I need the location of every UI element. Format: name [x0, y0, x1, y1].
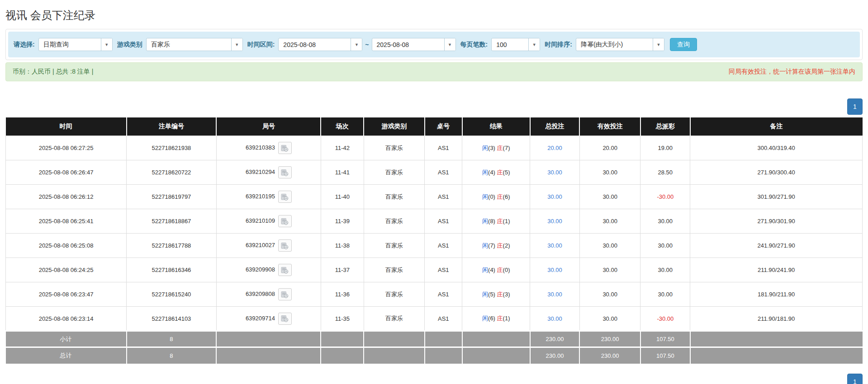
game-type-dropdown[interactable]: 百家乐 ▼	[146, 38, 243, 51]
result-banker-label: 庄	[497, 145, 503, 151]
table-body: 2025-08-08 06:27:25 522718621938 6392103…	[6, 136, 863, 331]
cell-round-id: 639210294	[216, 160, 321, 185]
cell-session: 11-37	[321, 258, 364, 282]
table-row: 2025-08-08 06:24:25 522718616346 6392099…	[6, 258, 863, 282]
cell-payout: -30.00	[640, 185, 690, 209]
cell-time: 2025-08-08 06:24:25	[6, 258, 127, 282]
round-id-value: 639210294	[246, 169, 275, 175]
betting-records-page: 视讯 会员下注纪录 请选择: 日期查询 ▼ 游戏类别 百家乐 ▼ 时间区间: 2…	[0, 0, 868, 384]
round-id-value: 639210195	[246, 193, 275, 200]
payout-value: 28.50	[658, 169, 673, 176]
round-id-value: 639209808	[246, 290, 275, 297]
payout-value: -30.00	[657, 193, 674, 200]
video-replay-button[interactable]	[278, 166, 292, 178]
video-icon	[281, 218, 289, 225]
video-replay-button[interactable]	[278, 215, 292, 227]
cell-total-bet: 20.00	[530, 136, 580, 160]
date-from-dropdown[interactable]: 2025-08-08 ▼	[278, 38, 362, 51]
video-replay-button[interactable]	[278, 191, 292, 203]
payout-value: 19.00	[658, 145, 673, 151]
round-id-value: 639209908	[246, 266, 275, 273]
sort-order-dropdown[interactable]: 降幂(由大到小) ▼	[576, 38, 664, 51]
cell-bet-id: 522718615240	[127, 282, 217, 307]
cell-total-bet: 30.00	[530, 282, 580, 307]
search-button[interactable]: 查询	[670, 38, 697, 51]
currency-summary-bar: 币别：人民币 | 总共 :8 注单 | 同局有效投注，统一计算在该局第一张注单内	[5, 62, 863, 81]
cell-payout: 30.00	[640, 209, 690, 234]
result-player-label: 闲	[482, 218, 488, 225]
result-player-score: (5)	[488, 291, 495, 298]
cell-total-bet: 30.00	[530, 209, 580, 234]
chevron-down-icon[interactable]: ▼	[101, 38, 112, 51]
result-banker-score: (5)	[503, 169, 510, 176]
total-bet-link[interactable]: 30.00	[547, 291, 562, 298]
column-header: 局号	[216, 117, 321, 136]
game-type-label: 游戏类别	[117, 41, 142, 49]
cell-game-type: 百家乐	[364, 307, 424, 331]
cell-bet-id: 522718616346	[127, 258, 217, 282]
cell-payout: 30.00	[640, 282, 690, 307]
payout-value: 30.00	[658, 291, 673, 298]
total-bet-link[interactable]: 30.00	[547, 267, 562, 273]
round-id-value: 639210109	[246, 217, 275, 224]
table-row: 2025-08-08 06:25:41 522718618867 6392101…	[6, 209, 863, 234]
video-replay-button[interactable]	[278, 264, 292, 276]
column-header: 场次	[321, 117, 364, 136]
subtotal-valid-bet: 230.00	[579, 331, 640, 347]
column-header: 备注	[690, 117, 863, 136]
table-row: 2025-08-08 06:25:08 522718617788 6392100…	[6, 234, 863, 258]
cell-round-id: 639209808	[216, 282, 321, 307]
payout-value: 30.00	[658, 267, 673, 273]
date-to-dropdown[interactable]: 2025-08-08 ▼	[372, 38, 456, 51]
total-bet-link[interactable]: 30.00	[547, 315, 562, 322]
chevron-down-icon[interactable]: ▼	[444, 38, 455, 51]
video-replay-button[interactable]	[278, 288, 292, 300]
column-header: 时间	[6, 117, 127, 136]
cell-session: 11-36	[321, 282, 364, 307]
result-banker-score: (3)	[503, 291, 510, 298]
video-icon	[281, 145, 289, 152]
cell-bet-id: 522718614103	[127, 307, 217, 331]
cell-valid-bet: 30.00	[579, 160, 640, 185]
result-player-score: (8)	[488, 218, 495, 225]
page-1-button[interactable]: 1	[847, 98, 863, 115]
per-page-value: 100	[492, 38, 528, 51]
cell-time: 2025-08-08 06:23:14	[6, 307, 127, 331]
page-1-button[interactable]: 1	[847, 374, 863, 384]
per-page-dropdown[interactable]: 100 ▼	[491, 38, 540, 51]
cell-total-bet: 30.00	[530, 307, 580, 331]
subtotal-total-bet: 230.00	[530, 331, 580, 347]
video-replay-button[interactable]	[278, 239, 292, 252]
cell-result: 闲(8) 庄(1)	[462, 209, 530, 234]
video-replay-button[interactable]	[278, 313, 292, 325]
total-bet-link[interactable]: 30.00	[547, 242, 562, 249]
result-player-score: (7)	[488, 242, 495, 249]
total-bet-link[interactable]: 30.00	[547, 218, 562, 225]
cell-note: 241.90/271.90	[690, 234, 863, 258]
cell-result: 闲(4) 庄(5)	[462, 160, 530, 185]
pagination-top: 1	[5, 98, 863, 115]
cell-table-no: AS1	[425, 136, 462, 160]
table-header-row: 时间注单编号局号场次游戏类别桌号结果总投注有效投注总派彩备注	[6, 117, 863, 136]
video-icon	[281, 193, 289, 201]
total-bet-link[interactable]: 30.00	[547, 193, 562, 200]
cell-round-id: 639209908	[216, 258, 321, 282]
cell-game-type: 百家乐	[364, 282, 424, 307]
chevron-down-icon[interactable]: ▼	[231, 38, 242, 51]
cell-time: 2025-08-08 06:25:08	[6, 234, 127, 258]
cell-result: 闲(6) 庄(1)	[462, 307, 530, 331]
query-type-dropdown[interactable]: 日期查询 ▼	[38, 38, 113, 51]
cell-game-type: 百家乐	[364, 234, 424, 258]
video-replay-button[interactable]	[278, 142, 292, 154]
cell-total-bet: 30.00	[530, 160, 580, 185]
total-bet-link[interactable]: 20.00	[547, 145, 562, 151]
chevron-down-icon[interactable]: ▼	[351, 38, 362, 51]
chevron-down-icon[interactable]: ▼	[653, 38, 664, 51]
column-header: 桌号	[425, 117, 462, 136]
chevron-down-icon[interactable]: ▼	[528, 38, 540, 51]
table-row: 2025-08-08 06:23:47 522718615240 6392098…	[6, 282, 863, 307]
cell-session: 11-41	[321, 160, 364, 185]
sort-order-label: 时间排序:	[545, 41, 572, 49]
total-bet-link[interactable]: 30.00	[547, 169, 562, 176]
result-banker-label: 庄	[497, 218, 503, 225]
